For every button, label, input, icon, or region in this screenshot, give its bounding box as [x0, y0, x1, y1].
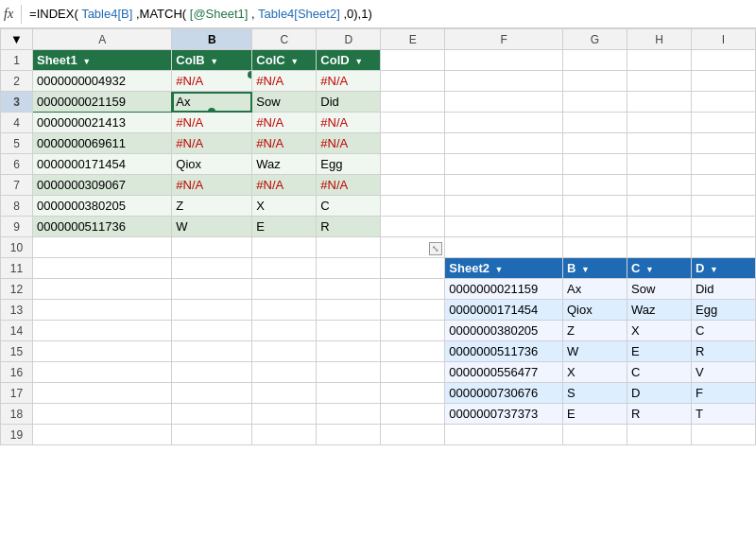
cell-I11[interactable]: D ▼: [691, 258, 755, 279]
cell-C4[interactable]: #N/A: [252, 113, 317, 133]
cell-A9[interactable]: 0000000511736: [33, 217, 172, 237]
cell-D10[interactable]: [317, 237, 381, 258]
cell-F2[interactable]: [445, 71, 563, 92]
cell-B2[interactable]: #N/A: [172, 71, 252, 92]
cell-B13[interactable]: [172, 300, 252, 321]
collapse-icon[interactable]: ⤡: [429, 242, 442, 255]
cell-F14[interactable]: 0000000380205: [445, 321, 563, 341]
cell-G19[interactable]: [562, 425, 627, 445]
cell-F12[interactable]: 0000000021159: [445, 279, 563, 300]
cell-E14[interactable]: [381, 321, 445, 341]
cell-C8[interactable]: X: [252, 196, 317, 217]
cell-D7[interactable]: #N/A: [317, 175, 381, 196]
cell-C15[interactable]: [252, 341, 317, 362]
cell-B5[interactable]: #N/A: [172, 133, 252, 154]
cell-D18[interactable]: [317, 404, 381, 425]
cell-I2[interactable]: [691, 71, 755, 92]
cell-B12[interactable]: [172, 279, 252, 300]
cell-C7[interactable]: #N/A: [252, 175, 317, 196]
cell-G11[interactable]: B ▼: [562, 258, 627, 279]
cell-I10[interactable]: [691, 237, 755, 258]
cell-G1[interactable]: [562, 50, 627, 71]
cell-H8[interactable]: [627, 196, 691, 217]
cell-F17[interactable]: 0000000730676: [445, 383, 563, 404]
cell-I3[interactable]: [691, 92, 755, 113]
cell-G4[interactable]: [562, 113, 627, 133]
cell-I16[interactable]: V: [691, 362, 755, 383]
cell-G10[interactable]: [562, 237, 627, 258]
cell-B9[interactable]: W: [172, 217, 252, 237]
cell-C9[interactable]: E: [252, 217, 317, 237]
cell-C6[interactable]: Waz: [252, 154, 317, 175]
cell-E5[interactable]: [381, 133, 445, 154]
cell-F6[interactable]: [445, 154, 563, 175]
cell-I18[interactable]: T: [691, 404, 755, 425]
cell-I12[interactable]: Did: [691, 279, 755, 300]
cell-C16[interactable]: [252, 362, 317, 383]
cell-E1[interactable]: [381, 50, 445, 71]
cell-C10[interactable]: [252, 237, 317, 258]
cell-D11[interactable]: [317, 258, 381, 279]
cell-G3[interactable]: [562, 92, 627, 113]
cell-E2[interactable]: [381, 71, 445, 92]
col-header-F[interactable]: F: [445, 29, 563, 50]
cell-G12[interactable]: Ax: [562, 279, 627, 300]
cell-A3[interactable]: 0000000021159: [33, 92, 172, 113]
cell-F10[interactable]: [445, 237, 563, 258]
cell-C12[interactable]: [252, 279, 317, 300]
cell-C17[interactable]: [252, 383, 317, 404]
col-header-G[interactable]: G: [562, 29, 627, 50]
cell-E10[interactable]: ⤡: [381, 237, 445, 258]
cell-H7[interactable]: [627, 175, 691, 196]
col-header-D[interactable]: D: [317, 29, 381, 50]
cell-I1[interactable]: [691, 50, 755, 71]
cell-H4[interactable]: [627, 113, 691, 133]
cell-E18[interactable]: [381, 404, 445, 425]
cell-C14[interactable]: [252, 321, 317, 341]
cell-E13[interactable]: [381, 300, 445, 321]
cell-B16[interactable]: [172, 362, 252, 383]
cell-D19[interactable]: [317, 425, 381, 445]
cell-G17[interactable]: S: [562, 383, 627, 404]
cell-D4[interactable]: #N/A: [317, 113, 381, 133]
cell-F9[interactable]: [445, 217, 563, 237]
cell-A18[interactable]: [33, 404, 172, 425]
cell-F13[interactable]: 0000000171454: [445, 300, 563, 321]
cell-A15[interactable]: [33, 341, 172, 362]
cell-D13[interactable]: [317, 300, 381, 321]
cell-C18[interactable]: [252, 404, 317, 425]
cell-A10[interactable]: [33, 237, 172, 258]
cell-D5[interactable]: #N/A: [317, 133, 381, 154]
cell-C2[interactable]: #N/A: [252, 71, 317, 92]
cell-A5[interactable]: 0000000069611: [33, 133, 172, 154]
cell-B3[interactable]: Ax: [172, 92, 252, 113]
cell-B4[interactable]: #N/A: [172, 113, 252, 133]
cell-F16[interactable]: 0000000556477: [445, 362, 563, 383]
cell-E9[interactable]: [381, 217, 445, 237]
cell-G9[interactable]: [562, 217, 627, 237]
cell-F7[interactable]: [445, 175, 563, 196]
cell-H5[interactable]: [627, 133, 691, 154]
cell-I14[interactable]: C: [691, 321, 755, 341]
cell-A14[interactable]: [33, 321, 172, 341]
cell-H9[interactable]: [627, 217, 691, 237]
cell-E17[interactable]: [381, 383, 445, 404]
cell-B18[interactable]: [172, 404, 252, 425]
cell-F15[interactable]: 0000000511736: [445, 341, 563, 362]
cell-H11[interactable]: C ▼: [627, 258, 691, 279]
cell-H3[interactable]: [627, 92, 691, 113]
cell-I8[interactable]: [691, 196, 755, 217]
cell-B6[interactable]: Qiox: [172, 154, 252, 175]
cell-E8[interactable]: [381, 196, 445, 217]
cell-I9[interactable]: [691, 217, 755, 237]
cell-A7[interactable]: 0000000309067: [33, 175, 172, 196]
cell-E19[interactable]: [381, 425, 445, 445]
cell-G18[interactable]: E: [562, 404, 627, 425]
cell-F3[interactable]: [445, 92, 563, 113]
cell-B11[interactable]: [172, 258, 252, 279]
cell-E7[interactable]: [381, 175, 445, 196]
cell-G6[interactable]: [562, 154, 627, 175]
cell-G5[interactable]: [562, 133, 627, 154]
cell-H15[interactable]: E: [627, 341, 691, 362]
cell-D16[interactable]: [317, 362, 381, 383]
